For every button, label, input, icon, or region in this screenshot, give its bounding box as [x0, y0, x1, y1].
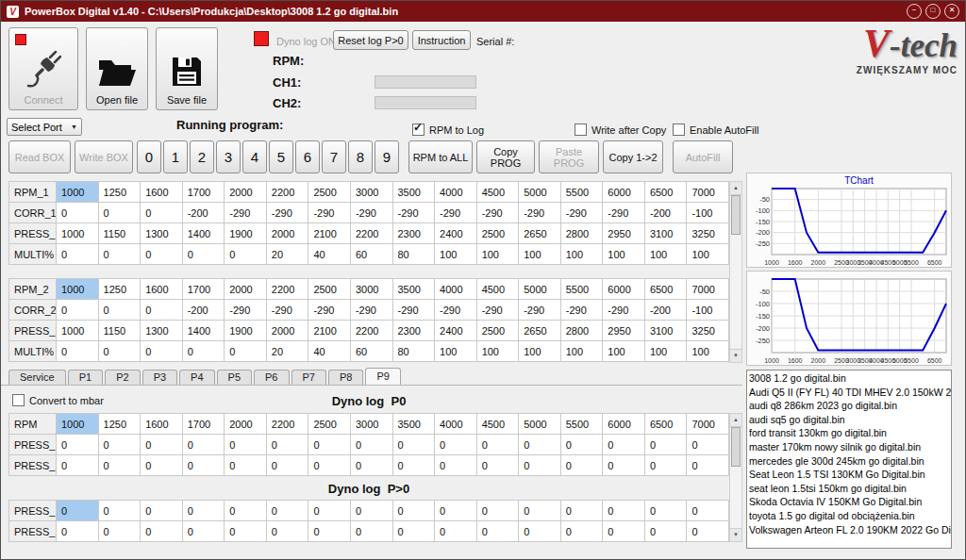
table-cell[interactable]: 2500 — [308, 279, 351, 300]
table-cell[interactable]: 4000 — [435, 279, 477, 300]
table-cell[interactable]: 0 — [644, 501, 687, 521]
table-cell[interactable]: -290 — [560, 203, 603, 223]
table-cell[interactable]: 0 — [225, 501, 267, 521]
table-cell[interactable]: 2950 — [603, 321, 645, 341]
program-1-button[interactable]: 1 — [163, 140, 188, 173]
autofill-button[interactable]: AutoFill — [673, 140, 733, 173]
table-cell[interactable]: 0 — [687, 435, 729, 455]
table-cell[interactable]: 4500 — [476, 414, 519, 435]
table-cell[interactable]: 100 — [519, 341, 561, 362]
read-box-button[interactable]: Read BOX — [8, 140, 71, 173]
table-cell[interactable]: 0 — [57, 244, 99, 265]
file-list-item[interactable]: mercedes gle 300d 245km go digital.bin — [749, 454, 951, 469]
table-cell[interactable]: 0 — [141, 244, 183, 265]
program-2-button[interactable]: 2 — [190, 140, 214, 173]
table-cell[interactable]: 2100 — [308, 321, 351, 341]
select-port-dropdown[interactable]: Select Port ▼ — [7, 118, 82, 136]
table-cell[interactable]: 100 — [603, 341, 645, 362]
table-cell[interactable]: 0 — [687, 455, 729, 476]
table-cell[interactable]: 40 — [308, 341, 351, 362]
table-cell[interactable]: 0 — [476, 521, 519, 542]
table-cell[interactable]: 100 — [435, 341, 477, 362]
tab-p1[interactable]: P1 — [68, 370, 103, 385]
table-cell[interactable]: 0 — [350, 501, 392, 521]
table-cell[interactable]: 100 — [644, 341, 687, 362]
table-cell[interactable]: 0 — [476, 455, 519, 476]
table-cell[interactable]: 100 — [476, 341, 519, 362]
table-cell[interactable]: 0 — [266, 455, 308, 476]
table-cell[interactable]: 0 — [644, 521, 687, 542]
table-cell[interactable]: -290 — [603, 300, 645, 321]
table-cell[interactable]: 2300 — [392, 223, 435, 244]
scroll-up-icon[interactable]: ▲ — [730, 182, 741, 195]
table-cell[interactable]: 5500 — [560, 414, 603, 435]
table-cell[interactable]: 100 — [687, 341, 729, 362]
table-cell[interactable]: 0 — [57, 203, 99, 223]
table-cell[interactable]: 2000 — [266, 321, 308, 341]
table-cell[interactable]: 2500 — [476, 223, 519, 244]
tab-p2[interactable]: P2 — [105, 370, 140, 385]
table-cell[interactable]: 2500 — [308, 414, 351, 435]
table-cell[interactable]: 4500 — [476, 182, 519, 203]
table-cell[interactable]: 0 — [182, 341, 225, 362]
open-file-button[interactable]: Open file — [86, 27, 148, 110]
write-box-button[interactable]: Write BOX — [75, 140, 133, 173]
tab-service[interactable]: Service — [8, 370, 66, 385]
table-cell[interactable]: -290 — [350, 300, 392, 321]
table-cell[interactable]: 0 — [308, 521, 351, 542]
table-cell[interactable]: 0 — [141, 501, 183, 521]
table-cell[interactable]: 0 — [519, 501, 561, 521]
table-cell[interactable]: 0 — [57, 455, 99, 476]
table-cell[interactable]: 3100 — [644, 321, 687, 341]
table-cell[interactable]: 0 — [225, 435, 267, 455]
table-cell[interactable]: -290 — [308, 300, 351, 321]
table-cell[interactable]: 0 — [560, 501, 603, 521]
table-cell[interactable]: 0 — [182, 521, 225, 542]
table-cell[interactable]: 100 — [603, 244, 645, 265]
table-cell[interactable]: 0 — [141, 435, 183, 455]
file-list-item[interactable]: 3008 1.2 go digital.bin — [749, 371, 951, 386]
file-list-item[interactable]: audi q8 286km 2023 go digital.bin — [749, 399, 951, 413]
table-cell[interactable]: 0 — [560, 521, 603, 542]
tab-p3[interactable]: P3 — [142, 370, 177, 385]
table-cell[interactable]: 0 — [266, 435, 308, 455]
table-cell[interactable]: 20 — [266, 244, 308, 265]
connect-button[interactable]: Connect — [8, 27, 78, 110]
table-cell[interactable]: 0 — [98, 501, 141, 521]
table-cell[interactable]: 3500 — [392, 414, 435, 435]
table-cell[interactable]: 2000 — [225, 182, 267, 203]
table-cell[interactable]: 1300 — [141, 223, 183, 244]
rpm-to-log-checkbox[interactable]: RPM to Log — [412, 124, 484, 136]
table-cell[interactable]: 1000 — [57, 182, 99, 203]
table-cell[interactable]: -290 — [603, 203, 645, 223]
table-cell[interactable]: 2200 — [350, 223, 392, 244]
table-cell[interactable]: 2500 — [476, 321, 519, 341]
table-cell[interactable]: 2650 — [519, 321, 561, 341]
table-cell[interactable]: 5000 — [519, 182, 561, 203]
table-cell[interactable]: 0 — [435, 455, 477, 476]
table-cell[interactable]: 6000 — [603, 182, 645, 203]
table-cell[interactable]: 0 — [350, 455, 392, 476]
program-6-button[interactable]: 6 — [295, 140, 320, 173]
table-cell[interactable]: 2950 — [603, 223, 645, 244]
table-cell[interactable]: 2200 — [266, 182, 308, 203]
table-cell[interactable]: 1000 — [57, 321, 99, 341]
table-cell[interactable]: -290 — [519, 203, 561, 223]
program-9-button[interactable]: 9 — [375, 140, 399, 173]
table-cell[interactable]: -290 — [435, 300, 477, 321]
table-cell[interactable]: 0 — [687, 501, 729, 521]
table-cell[interactable]: 0 — [603, 455, 645, 476]
table-cell[interactable]: 60 — [350, 341, 392, 362]
table-cell[interactable]: 1900 — [225, 223, 267, 244]
table-cell[interactable]: -290 — [308, 203, 351, 223]
save-file-button[interactable]: Save file — [156, 27, 218, 110]
table-cell[interactable]: -290 — [266, 300, 308, 321]
table-cell[interactable]: 0 — [644, 435, 687, 455]
table-cell[interactable]: 0 — [644, 455, 687, 476]
scrollbar-thumb[interactable] — [731, 427, 741, 467]
table-cell[interactable]: -290 — [435, 203, 477, 223]
table-cell[interactable]: 0 — [98, 244, 141, 265]
table-cell[interactable]: 5500 — [560, 279, 603, 300]
table-cell[interactable]: -200 — [644, 203, 687, 223]
table-cell[interactable]: 2200 — [350, 321, 392, 341]
